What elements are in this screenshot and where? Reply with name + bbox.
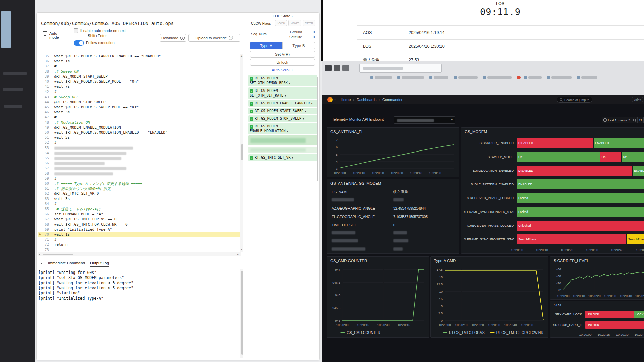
fop-vscroll-thumb[interactable] bbox=[317, 77, 318, 181]
history-item[interactable]: ✓RT.GS_MODEM SET_XTM_BIT_RATE▾ bbox=[248, 87, 317, 99]
activity-bar-selection[interactable] bbox=[1, 11, 11, 48]
legend-item[interactable]: RT.GS_TMTC.FOP.CLCW.NR bbox=[490, 330, 543, 335]
editor-line[interactable]: 49@RT.GS_MODEM ENABLE_MODULATION bbox=[38, 125, 241, 130]
editor-line[interactable]: 72return bbox=[38, 242, 241, 247]
editor-line[interactable]: 51wait 5s bbox=[38, 135, 241, 140]
taskbar-icon[interactable] bbox=[334, 65, 340, 71]
editor-hscrollbar[interactable]: ◂ ▸ bbox=[38, 252, 241, 256]
editor-vscroll-thumb[interactable] bbox=[241, 144, 243, 160]
search-box[interactable]: Search or jump to... bbox=[557, 97, 592, 103]
editor-line[interactable]: 55 bbox=[38, 156, 241, 161]
editor-line[interactable]: 50wait $RT.GS_MODEM.S.MODULATION_ENABLED… bbox=[38, 130, 241, 135]
log-vscroll-thumb[interactable] bbox=[241, 271, 243, 355]
history-item-redacted[interactable] bbox=[248, 135, 317, 145]
bookmark-item[interactable] bbox=[577, 76, 597, 79]
bookmark-item[interactable] bbox=[547, 76, 572, 79]
tab-output-log[interactable]: Output Log bbox=[90, 261, 109, 267]
chevron-down-icon[interactable]: ▾ bbox=[311, 102, 312, 105]
editor-line[interactable]: 66set COMMAND_MODE = "A" bbox=[38, 212, 241, 217]
bookmark-item[interactable] bbox=[429, 76, 448, 79]
history-item[interactable]: ✓RT.GS_MODEM STOP_SWEEP▾ bbox=[248, 115, 317, 122]
editor-line[interactable]: ▶70wait 1s bbox=[38, 232, 241, 237]
editor-line[interactable]: 43# Sweep OFF bbox=[38, 95, 241, 100]
editor-line[interactable]: 69print "Initialized Type-A" bbox=[38, 227, 241, 232]
editor-line[interactable]: 73 bbox=[38, 248, 241, 253]
bookmark-item[interactable] bbox=[524, 76, 542, 79]
tab-type-b[interactable]: Type-B bbox=[282, 42, 315, 49]
editor-line[interactable]: 61.# 衛星側カウンタ値VR=0に設定 bbox=[38, 186, 241, 191]
editor-hscroll-thumb[interactable] bbox=[43, 254, 73, 255]
editor-line[interactable]: 45wait $RT.GS_MODEM.S.SWEEP_MODE == "Rz" bbox=[38, 105, 241, 110]
chevron-down-icon[interactable]: ▾ bbox=[303, 117, 304, 120]
editor-line[interactable]: 54 bbox=[38, 151, 241, 156]
fop-state-header[interactable]: FOP State ▴ bbox=[248, 14, 317, 18]
editor-line[interactable]: 48.# Modulation ON bbox=[38, 120, 241, 125]
editor-vscrollbar[interactable]: ▴ ▾ bbox=[240, 54, 243, 252]
output-log[interactable]: [print] "waiting for 60s"[print] "set XT… bbox=[38, 269, 240, 358]
editor-line[interactable]: 58 bbox=[38, 171, 241, 176]
editor-line[interactable]: 40wait $RT.GS_MODEM.S.SWEEP_MODE == "On" bbox=[38, 79, 241, 84]
editor-line[interactable]: 39@RT.GS_MODEM START_SWEEP bbox=[38, 74, 241, 79]
upload-override-button[interactable]: Upload to override ↑ bbox=[188, 34, 240, 42]
activity-bar-item[interactable] bbox=[4, 105, 22, 108]
editor-line[interactable]: 44@RT.GS_MODEM STOP_SWEEP bbox=[38, 100, 241, 105]
editor-line[interactable]: 64# bbox=[38, 202, 241, 207]
history-item[interactable]: ✓RT.GS_TMTC SET_VR▾ bbox=[248, 154, 317, 161]
scroll-up-icon[interactable]: ▴ bbox=[241, 54, 242, 57]
editor-line[interactable]: 57 bbox=[38, 166, 241, 171]
editor-line[interactable]: 53 bbox=[38, 146, 241, 151]
taskbar-icon[interactable] bbox=[342, 65, 349, 71]
taskbar-icon[interactable] bbox=[325, 65, 332, 71]
nav-caret-icon[interactable]: ▾ bbox=[334, 98, 336, 101]
chevron-down-icon[interactable]: ▾ bbox=[287, 130, 288, 133]
red-status-icon[interactable] bbox=[517, 76, 521, 79]
editor-line[interactable]: 42# bbox=[38, 89, 241, 95]
chevron-down-icon[interactable]: ▾ bbox=[292, 156, 293, 159]
bookmark-item[interactable] bbox=[483, 76, 512, 79]
editor-line[interactable]: 56 bbox=[38, 161, 241, 166]
scroll-left-icon[interactable]: ◂ bbox=[39, 253, 40, 256]
log-vscrollbar[interactable] bbox=[240, 269, 243, 358]
chevron-down-icon[interactable]: ▾ bbox=[285, 94, 286, 97]
editor-line[interactable]: 62@RT.GS_TMTC SET_VR 0 bbox=[38, 191, 241, 196]
grafana-logo-icon[interactable] bbox=[327, 97, 333, 102]
editor-line[interactable]: 65.# 送信モードをType-Aに bbox=[38, 207, 241, 212]
flag-wait[interactable]: WAIT bbox=[288, 20, 301, 26]
editor-line[interactable]: 52# bbox=[38, 140, 241, 145]
unlock-button[interactable]: Unlock bbox=[250, 59, 315, 66]
editor-line[interactable]: 36wait 1s bbox=[38, 59, 241, 64]
editor-line[interactable]: 41wait 7s bbox=[38, 84, 241, 89]
editor-line[interactable]: 67wait $RT.GS_TMTC.FOP.VS == 0 bbox=[38, 217, 241, 222]
history-item-redacted[interactable] bbox=[248, 147, 317, 153]
chevron-down-icon[interactable]: ▾ bbox=[289, 82, 290, 85]
editor-line[interactable]: 46wait 3s bbox=[38, 110, 241, 115]
history-item[interactable]: ✓RT.GS_MODEM ENABLE_CARRIER▾ bbox=[248, 100, 317, 107]
flag-lock[interactable]: LOCK bbox=[275, 20, 287, 26]
tab-type-a[interactable]: Type-A bbox=[250, 42, 282, 49]
activity-bar-item[interactable] bbox=[3, 72, 27, 75]
auto-mode-checkbox[interactable] bbox=[74, 28, 78, 33]
bookmark-item[interactable] bbox=[397, 76, 424, 79]
breadcrumb-home[interactable]: Home bbox=[341, 98, 351, 102]
bookmark-item[interactable] bbox=[370, 76, 392, 79]
auto-scroll-button[interactable]: Auto Scroll ↓ bbox=[250, 68, 315, 72]
console-collapse-icon[interactable]: ▾ bbox=[41, 261, 42, 265]
editor-line[interactable]: 60.# ===== Type-Aコマンドに変更する処理 ===== bbox=[38, 181, 241, 186]
editor-line[interactable]: 68wait $RT.GS_TMTC.FOP.CLCW.NR == 0 bbox=[38, 222, 241, 227]
time-range-picker[interactable]: Last 1 minute ▾ bbox=[602, 117, 631, 123]
legend-item[interactable]: RT.GS_TMTC.FOP.VS bbox=[443, 330, 485, 335]
follow-execution-toggle[interactable] bbox=[74, 40, 84, 46]
editor-line[interactable]: 38.# Sweep ON bbox=[38, 69, 241, 74]
editor-line[interactable]: 71# bbox=[38, 237, 241, 242]
editor-line[interactable]: 37# bbox=[38, 64, 241, 69]
history-item[interactable]: ✓RT.GS_MODEM ENABLE_MODULATION▾ bbox=[248, 123, 317, 134]
window-preview[interactable] bbox=[359, 64, 442, 73]
breadcrumb-commander[interactable]: Commander bbox=[382, 98, 403, 102]
history-item[interactable]: ✓RT.GS_MODEM START_SWEEP▾ bbox=[248, 108, 317, 114]
editor-line[interactable]: 35wait $RT.GS_MODEM.S.CARRIER_ENABLED ==… bbox=[38, 54, 241, 59]
download-button[interactable]: Download ↓ bbox=[160, 34, 186, 42]
zoom-out-button[interactable] bbox=[631, 117, 637, 123]
activity-bar-item[interactable] bbox=[3, 88, 23, 91]
breadcrumb-dashboards[interactable]: Dashboards bbox=[357, 98, 376, 102]
set-vr-button[interactable]: Set V(R) bbox=[250, 51, 315, 58]
